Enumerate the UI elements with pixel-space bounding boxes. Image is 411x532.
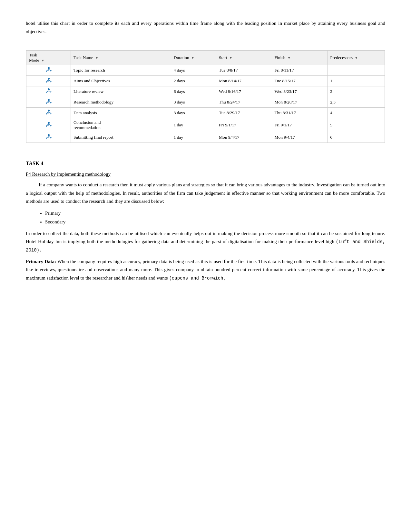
task-mode-icon [26, 132, 71, 143]
task-duration-cell: 3 days [171, 108, 216, 118]
col-header-task-name: Task Name ▼ [71, 51, 171, 65]
task-name-cell: Literature review [71, 86, 171, 97]
task-finish-cell: Fri 8/11/17 [272, 65, 328, 76]
svg-point-2 [48, 78, 50, 80]
task-mode-icon [26, 118, 71, 132]
task-duration-cell: 4 days [171, 65, 216, 76]
task4-bullet-list: PrimarySecondary [45, 209, 385, 226]
svg-point-0 [48, 67, 50, 69]
task-icon [46, 134, 52, 141]
task-name-cell: Research methodology [71, 97, 171, 108]
task-start-cell: Mon 9/4/17 [216, 132, 272, 143]
task-start-cell: Wed 8/16/17 [216, 86, 272, 97]
task-icon [46, 99, 52, 106]
task-finish-cell: Tue 8/15/17 [272, 76, 328, 86]
task-name-cell: Data analysis [71, 108, 171, 118]
col-header-start: Start ▼ [216, 51, 272, 65]
task4-subheading: P4 Research by implementing methodology [26, 172, 385, 177]
svg-point-10 [48, 122, 50, 124]
task-name-cell: Submitting final report [71, 132, 171, 143]
task-start-cell: Tue 8/29/17 [216, 108, 272, 118]
task-start-cell: Thu 8/24/17 [216, 97, 272, 108]
sort-arrow-name[interactable]: ▼ [95, 56, 98, 60]
task4-body: If a company wants to conduct a research… [26, 181, 385, 282]
task-start-cell: Tue 8/8/17 [216, 65, 272, 76]
task-predecessors-cell: 1 [328, 76, 385, 86]
task-duration-cell: 1 day [171, 132, 216, 143]
svg-point-6 [48, 99, 50, 101]
task-predecessors-cell: 2,3 [328, 97, 385, 108]
gantt-table: Task Mode ▼ Task Name ▼ Duration ▼ Start… [26, 50, 385, 143]
task-mode-icon [26, 65, 71, 76]
task-icon [46, 67, 52, 74]
svg-point-4 [48, 88, 50, 90]
task-icon [46, 88, 52, 95]
task-duration-cell: 2 days [171, 76, 216, 86]
task-start-cell: Mon 8/14/17 [216, 76, 272, 86]
svg-point-8 [48, 110, 50, 112]
task-finish-cell: Mon 8/28/17 [272, 97, 328, 108]
task-name-cell: Topic for research [71, 65, 171, 76]
task-icon [46, 77, 52, 84]
task-mode-icon [26, 76, 71, 86]
task-finish-cell: Mon 9/4/17 [272, 132, 328, 143]
task-predecessors-cell: 4 [328, 108, 385, 118]
sort-arrow-duration[interactable]: ▼ [191, 56, 194, 60]
task-start-cell: Fri 9/1/17 [216, 118, 272, 132]
task-duration-cell: 1 day [171, 118, 216, 132]
task-duration-cell: 3 days [171, 97, 216, 108]
task-duration-cell: 6 days [171, 86, 216, 97]
task4-section: TASK 4 P4 Research by implementing metho… [26, 161, 385, 282]
list-item: Primary [45, 209, 385, 218]
col-header-duration: Duration ▼ [171, 51, 216, 65]
task-predecessors-cell: 2 [328, 86, 385, 97]
table-row: Literature review6 daysWed 8/16/17Wed 8/… [26, 86, 385, 97]
task-name-cell: Aims and Objectives [71, 76, 171, 86]
task-finish-cell: Fri 9/1/17 [272, 118, 328, 132]
intro-text: hotel utilise this chart in order to com… [26, 19, 385, 36]
task-finish-cell: Wed 8/23/17 [272, 86, 328, 97]
table-row: Research methodology3 daysThu 8/24/17Mon… [26, 97, 385, 108]
col-header-finish: Finish ▼ [272, 51, 328, 65]
task4-para2: In order to collect the data, both these… [26, 230, 385, 254]
table-row: Topic for research4 daysTue 8/8/17Fri 8/… [26, 65, 385, 76]
col-header-predecessors: Predecessors ▼ [328, 51, 385, 65]
sort-arrow-task[interactable]: ▼ [41, 59, 44, 63]
task-predecessors-cell: 5 [328, 118, 385, 132]
task-icon [46, 122, 52, 129]
table-row: Data analysis3 daysTue 8/29/17Thu 8/31/1… [26, 108, 385, 118]
col-header-task-mode: Task Mode ▼ [26, 51, 71, 65]
task-predecessors-cell [328, 65, 385, 76]
table-row: Submitting final report1 dayMon 9/4/17Mo… [26, 132, 385, 143]
task-mode-icon [26, 97, 71, 108]
sort-arrow-pred[interactable]: ▼ [355, 56, 358, 60]
task-finish-cell: Thu 8/31/17 [272, 108, 328, 118]
task-name-cell: Conclusion and recommedation [71, 118, 171, 132]
sort-arrow-start[interactable]: ▼ [229, 56, 232, 60]
task-predecessors-cell: 6 [328, 132, 385, 143]
sort-arrow-finish[interactable]: ▼ [288, 56, 291, 60]
table-row: Aims and Objectives2 daysMon 8/14/17Tue … [26, 76, 385, 86]
task-mode-icon [26, 108, 71, 118]
task-mode-icon [26, 86, 71, 97]
task4-para1: If a company wants to conduct a research… [26, 181, 385, 206]
gantt-table-wrapper: Task Mode ▼ Task Name ▼ Duration ▼ Start… [26, 50, 385, 143]
svg-point-12 [48, 134, 50, 136]
task-icon [46, 109, 52, 116]
table-row: Conclusion and recommedation1 dayFri 9/1… [26, 118, 385, 132]
task4-para3: Primary Data: When the company requires … [26, 258, 385, 282]
task4-heading: TASK 4 [26, 161, 385, 166]
list-item: Secondary [45, 218, 385, 226]
